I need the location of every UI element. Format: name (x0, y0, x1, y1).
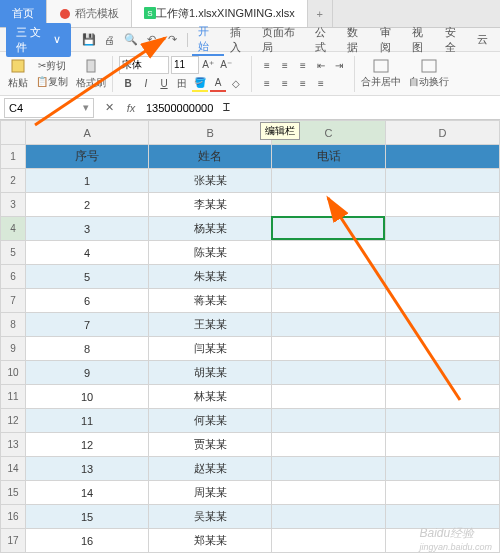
menu-insert[interactable]: 插入 (224, 25, 256, 55)
font-size-input[interactable] (171, 56, 199, 74)
cell[interactable] (386, 385, 500, 409)
cell-phone[interactable] (272, 313, 386, 337)
cell-name[interactable]: 吴某某 (149, 505, 272, 529)
row-header[interactable]: 15 (1, 481, 26, 505)
cell[interactable] (386, 217, 500, 241)
cell-name[interactable]: 陈某某 (149, 241, 272, 265)
cell-seq[interactable]: 3 (26, 217, 149, 241)
cell-name[interactable]: 贾某某 (149, 433, 272, 457)
save-icon[interactable]: 💾 (82, 32, 97, 48)
cell[interactable] (386, 337, 500, 361)
cell-seq[interactable]: 6 (26, 289, 149, 313)
cell-phone[interactable] (272, 481, 386, 505)
border-icon[interactable]: 田 (174, 76, 190, 92)
cell-phone[interactable] (272, 361, 386, 385)
col-header-a[interactable]: A (26, 121, 149, 145)
merge-button[interactable]: 合并居中 (361, 59, 401, 89)
row-header[interactable]: 4 (1, 217, 26, 241)
menu-view[interactable]: 视图 (406, 25, 438, 55)
cell[interactable] (386, 265, 500, 289)
cell-phone[interactable] (272, 529, 386, 553)
cell-seq[interactable]: 11 (26, 409, 149, 433)
increase-font-icon[interactable]: A⁺ (200, 57, 216, 73)
menu-security[interactable]: 安全 (439, 25, 471, 55)
cell-seq[interactable]: 9 (26, 361, 149, 385)
row-header[interactable]: 17 (1, 529, 26, 553)
font-name-input[interactable] (119, 56, 169, 74)
cell-name[interactable]: 李某某 (149, 193, 272, 217)
select-all-corner[interactable] (1, 121, 26, 145)
cell[interactable] (386, 433, 500, 457)
preview-icon[interactable]: 🔍 (123, 32, 138, 48)
cell-name[interactable]: 何某某 (149, 409, 272, 433)
row-header[interactable]: 1 (1, 145, 26, 169)
paste-button[interactable]: 粘贴 (8, 58, 28, 90)
cell[interactable] (386, 169, 500, 193)
menu-formula[interactable]: 公式 (309, 25, 341, 55)
font-color-icon[interactable]: A (210, 76, 226, 92)
cell-seq[interactable]: 2 (26, 193, 149, 217)
format-painter-button[interactable]: 格式刷 (76, 58, 106, 90)
row-header[interactable]: 12 (1, 409, 26, 433)
cell[interactable] (386, 193, 500, 217)
row-header[interactable]: 5 (1, 241, 26, 265)
cell-name[interactable]: 郑某某 (149, 529, 272, 553)
align-left-icon[interactable]: ≡ (259, 76, 275, 92)
align-justify-icon[interactable]: ≡ (313, 76, 329, 92)
cell-phone[interactable] (272, 433, 386, 457)
cell-seq[interactable]: 8 (26, 337, 149, 361)
cell-name[interactable]: 周某某 (149, 481, 272, 505)
cell[interactable] (386, 409, 500, 433)
cell[interactable] (386, 241, 500, 265)
grid[interactable]: A B C D 1 序号 姓名 电话 2 1 张某某 3 2 李某某 4 3 杨… (0, 120, 500, 553)
row-header[interactable]: 11 (1, 385, 26, 409)
cell-phone[interactable] (272, 265, 386, 289)
fill-color-icon[interactable]: 🪣 (192, 76, 208, 92)
cell-phone[interactable] (272, 337, 386, 361)
cell-seq[interactable]: 5 (26, 265, 149, 289)
underline-icon[interactable]: U (156, 76, 172, 92)
cell-phone[interactable] (272, 193, 386, 217)
row-header[interactable]: 8 (1, 313, 26, 337)
cell[interactable] (386, 481, 500, 505)
align-bottom-icon[interactable]: ≡ (295, 58, 311, 74)
name-box[interactable]: C4▾ (4, 98, 94, 118)
menu-layout[interactable]: 页面布局 (256, 25, 309, 55)
cell-name[interactable]: 胡某某 (149, 361, 272, 385)
row-header[interactable]: 9 (1, 337, 26, 361)
align-top-icon[interactable]: ≡ (259, 58, 275, 74)
header-seq[interactable]: 序号 (26, 145, 149, 169)
cell-name[interactable]: 王某某 (149, 313, 272, 337)
row-header[interactable]: 2 (1, 169, 26, 193)
cell-name[interactable]: 张某某 (149, 169, 272, 193)
cell-name[interactable]: 赵某某 (149, 457, 272, 481)
cell-name[interactable]: 闫某某 (149, 337, 272, 361)
header-name[interactable]: 姓名 (149, 145, 272, 169)
menu-start[interactable]: 开始 (192, 24, 224, 56)
cell-phone[interactable] (272, 505, 386, 529)
row-header[interactable]: 7 (1, 289, 26, 313)
row-header[interactable]: 6 (1, 265, 26, 289)
col-header-b[interactable]: B (149, 121, 272, 145)
bold-icon[interactable]: B (120, 76, 136, 92)
undo-icon[interactable]: ↶ (144, 32, 159, 48)
cell-seq[interactable]: 12 (26, 433, 149, 457)
cell[interactable] (386, 145, 500, 169)
menu-review[interactable]: 审阅 (374, 25, 406, 55)
menu-cloud[interactable]: 云 (471, 32, 494, 47)
cell-name[interactable]: 蒋某某 (149, 289, 272, 313)
menu-data[interactable]: 数据 (341, 25, 373, 55)
cell-seq[interactable]: 4 (26, 241, 149, 265)
cell[interactable] (386, 457, 500, 481)
cell-name[interactable]: 林某某 (149, 385, 272, 409)
cell-seq[interactable]: 16 (26, 529, 149, 553)
cell[interactable] (386, 361, 500, 385)
cell-phone[interactable] (272, 289, 386, 313)
italic-icon[interactable]: I (138, 76, 154, 92)
col-header-d[interactable]: D (386, 121, 500, 145)
align-middle-icon[interactable]: ≡ (277, 58, 293, 74)
header-phone[interactable]: 电话 (272, 145, 386, 169)
cell-phone[interactable] (272, 409, 386, 433)
cell-phone[interactable] (272, 217, 386, 241)
row-header[interactable]: 14 (1, 457, 26, 481)
